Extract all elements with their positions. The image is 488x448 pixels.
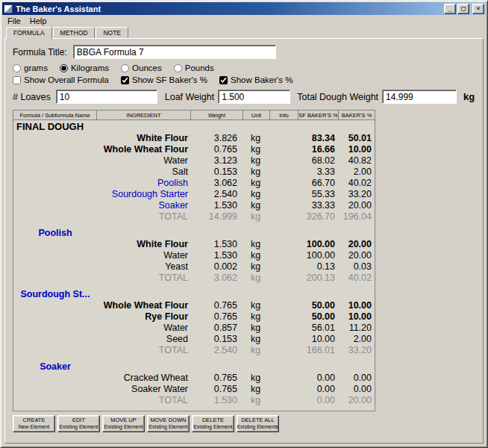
ingredient-cell: TOTAL [97, 345, 191, 355]
section-header-row[interactable]: Poolish [13, 227, 375, 238]
section-header-row[interactable]: Sourdough St... [13, 288, 375, 299]
bakers-pct-cell: 33.20 [339, 345, 375, 355]
total-dough-weight-label: Total Dough Weight [297, 92, 378, 102]
ingredient-cell: Whole Wheat Flour [97, 300, 191, 311]
loaf-weight-input[interactable] [218, 90, 290, 104]
total-dough-weight-input[interactable] [382, 90, 457, 104]
sf-bakers-pct-cell: 100.00 [298, 250, 339, 261]
weight-cell: 0.153 [191, 334, 243, 344]
weight-cell: 0.765 [191, 373, 243, 383]
minimize-button[interactable]: _ [444, 4, 456, 14]
create-button[interactable]: CREATENew Element [13, 415, 55, 432]
table-row[interactable]: Poolish3.062kg66.7040.02 [13, 177, 375, 188]
tab-formula[interactable]: FORMULA [6, 27, 52, 39]
bakers-pct-cell: 0.00 [339, 373, 375, 383]
ingredient-cell: TOTAL [97, 273, 191, 283]
sf-bakers-pct-cell: 326.70 [298, 211, 339, 222]
bakers-pct-cell: 196.04 [339, 211, 375, 222]
weights-row: # Loaves Loaf Weight Total Dough Weight … [13, 90, 478, 104]
show-sf-bakers-pct-checkbox[interactable] [121, 76, 129, 84]
close-button[interactable]: × [472, 4, 484, 14]
bakers-pct-cell: 10.00 [339, 311, 375, 322]
radio-grams[interactable]: grams [13, 63, 48, 72]
sf-bakers-pct-cell: 3.33 [298, 167, 339, 177]
show-overall-formula-checkbox[interactable] [13, 76, 21, 84]
pounds-radio-input[interactable] [174, 64, 182, 72]
table-row[interactable]: Cracked Wheat0.765kg0.000.00 [13, 372, 375, 383]
table-row[interactable]: TOTAL14.999kg326.70196.04 [13, 211, 375, 222]
unit-cell: kg [243, 273, 270, 283]
table-row[interactable]: Soaker1.530kg33.3320.00 [13, 199, 375, 211]
table-row[interactable]: TOTAL2.540kg166.0133.20 [13, 344, 375, 355]
table-row[interactable]: White Flour3.826kg83.3450.01 [13, 132, 375, 143]
edit-button[interactable]: EDITExisting Element [57, 415, 100, 432]
button-label-line1: MOVE UP [110, 417, 137, 423]
move-up-button[interactable]: MOVE UPExisting Element [102, 415, 145, 432]
grid-body: FINAL DOUGHWhite Flour3.826kg83.3450.01W… [13, 120, 375, 411]
ingredient-cell: Water [97, 155, 191, 166]
menu-help[interactable]: Help [25, 16, 51, 26]
sf-bakers-pct-cell: 56.01 [298, 323, 339, 333]
button-label-line1: CREATE [23, 417, 46, 423]
move-down-button[interactable]: MOVE DOWNExisting Element [147, 415, 190, 432]
kilograms-radio-input[interactable] [60, 64, 68, 72]
checkbox-show-sf-bakers-pct[interactable]: Show SF Baker's % [121, 75, 207, 84]
radio-kilograms[interactable]: Kilograms [60, 63, 109, 72]
maximize-button[interactable]: □ [457, 4, 469, 14]
weight-cell: 1.530 [191, 200, 243, 211]
unit-cell: kg [243, 178, 270, 188]
button-label-line1: MOVE DOWN [151, 417, 187, 423]
grams-radio-label: grams [24, 63, 48, 72]
section-header-row[interactable]: FINAL DOUGH [13, 121, 375, 132]
table-row[interactable]: TOTAL1.530kg0.0020.00 [13, 394, 375, 405]
table-row[interactable]: Water1.530kg100.0020.00 [13, 249, 375, 261]
button-label-line1: DELETE ALL [241, 417, 274, 423]
bakers-pct-cell: 40.02 [339, 178, 375, 188]
loaves-input[interactable] [56, 90, 157, 104]
ingredient-cell: Poolish [97, 178, 191, 188]
delete-button[interactable]: DELETEExisting Element [192, 415, 234, 432]
delete-all-button[interactable]: DELETE ALLExisting Elements [237, 415, 279, 432]
ingredient-cell: Rye Flour [97, 311, 191, 322]
sf-bakers-pct-cell: 50.00 [298, 311, 339, 322]
show-bakers-pct-checkbox[interactable] [219, 76, 228, 84]
ounces-radio-input[interactable] [121, 64, 129, 72]
table-row[interactable]: Sourdough Starter2.540kg55.3333.20 [13, 188, 375, 199]
sf-bakers-pct-cell: 0.13 [298, 261, 339, 272]
title-bar[interactable]: The Baker's Assistant _ □ × [2, 2, 486, 15]
column-header: Unit [243, 111, 270, 119]
bakers-pct-cell: 20.00 [339, 239, 375, 249]
formula-title-input[interactable] [73, 45, 276, 59]
menu-file[interactable]: File [3, 16, 25, 26]
section-name: Sourdough St... [13, 289, 97, 299]
table-row[interactable]: Soaker Water0.765kg0.000.00 [13, 383, 375, 394]
grams-radio-input[interactable] [13, 64, 21, 72]
table-row[interactable]: Seed0.153kg10.002.00 [13, 333, 375, 344]
checkbox-show-bakers-pct[interactable]: Show Baker's % [219, 75, 293, 84]
section-header-row[interactable]: Soaker [13, 361, 375, 372]
table-row[interactable]: Rye Flour0.765kg50.0010.00 [13, 311, 375, 322]
table-row[interactable]: Whole Wheat Flour0.765kg50.0010.00 [13, 299, 375, 311]
bakers-pct-cell: 2.00 [339, 167, 375, 177]
table-row[interactable]: White Flour1.530kg100.0020.00 [13, 238, 375, 249]
button-label-line2: Existing Element [104, 424, 143, 431]
button-label-line2: New Element [19, 424, 50, 431]
table-row[interactable]: Yeast0.002kg0.130.03 [13, 261, 375, 272]
radio-pounds[interactable]: Pounds [174, 63, 214, 72]
section-name: Poolish [13, 228, 97, 238]
checkbox-show-overall-formula[interactable]: Show Overall Formula [13, 75, 109, 84]
section-name: FINAL DOUGH [13, 121, 97, 132]
tab-method[interactable]: METHOD [53, 27, 96, 38]
tab-note[interactable]: NOTE [96, 27, 128, 38]
weight-cell: 0.765 [191, 311, 243, 322]
radio-ounces[interactable]: Ounces [121, 63, 162, 72]
table-row[interactable]: Whole Wheat Flour0.765kg16.6610.00 [13, 143, 375, 155]
window-controls: _ □ × [444, 4, 484, 14]
sf-bakers-pct-cell: 66.70 [298, 178, 339, 188]
weight-cell: 0.765 [191, 144, 243, 155]
ingredient-cell: TOTAL [97, 395, 191, 405]
table-row[interactable]: TOTAL3.062kg200.1340.02 [13, 272, 375, 283]
table-row[interactable]: Water3.123kg68.0240.82 [13, 155, 375, 166]
table-row[interactable]: Salt0.153kg3.332.00 [13, 166, 375, 177]
table-row[interactable]: Water0.857kg56.0111.20 [13, 322, 375, 333]
